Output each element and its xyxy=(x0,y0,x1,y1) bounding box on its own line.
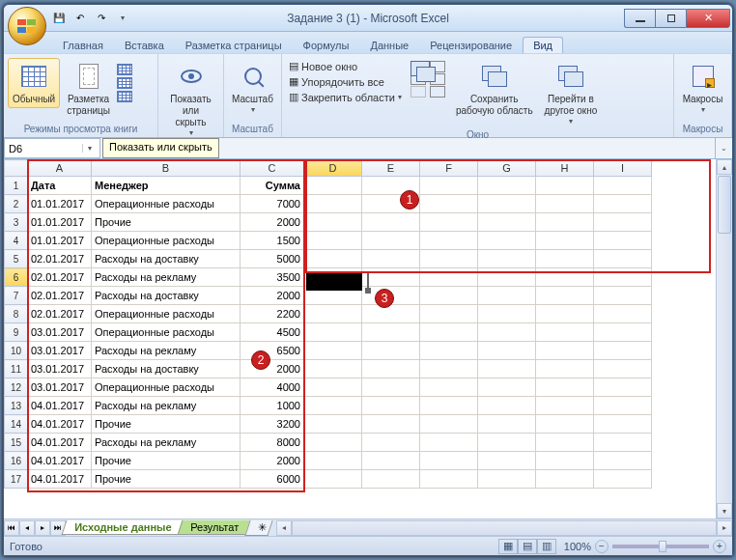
cell[interactable] xyxy=(362,470,420,489)
sheet-nav-next-icon[interactable]: ▸ xyxy=(35,520,50,536)
cell[interactable] xyxy=(420,397,478,415)
cell[interactable] xyxy=(304,250,362,268)
tab-view[interactable]: Вид xyxy=(523,37,563,53)
cell[interactable]: 04.01.2017 xyxy=(28,452,92,470)
cell[interactable] xyxy=(420,470,478,489)
tab-formulas[interactable]: Формулы xyxy=(293,37,360,53)
cell[interactable] xyxy=(420,434,478,452)
view-normal-shortcut-icon[interactable]: ▦ xyxy=(498,539,518,554)
cell[interactable] xyxy=(478,470,536,489)
scroll-up-icon[interactable]: ▴ xyxy=(717,159,732,175)
row-header[interactable]: 5 xyxy=(5,250,28,268)
tab-home[interactable]: Главная xyxy=(52,37,114,53)
row-header[interactable]: 17 xyxy=(5,470,28,489)
view-normal-button[interactable]: Обычный xyxy=(8,58,60,108)
cell[interactable]: 6500 xyxy=(241,342,304,360)
cell[interactable] xyxy=(420,287,478,305)
zoom-button[interactable]: Масштаб ▾ xyxy=(227,58,278,118)
row-header[interactable]: 16 xyxy=(5,452,28,470)
horizontal-scrollbar[interactable]: ◂ ▸ xyxy=(276,520,732,536)
cell[interactable] xyxy=(594,268,652,287)
cell[interactable]: 03.01.2017 xyxy=(28,360,92,378)
cell[interactable] xyxy=(594,470,652,489)
cell[interactable] xyxy=(362,434,420,452)
scroll-down-icon[interactable]: ▾ xyxy=(717,503,732,518)
tab-page-layout[interactable]: Разметка страницы xyxy=(175,37,293,53)
cell[interactable] xyxy=(420,213,478,232)
cell[interactable] xyxy=(594,378,652,397)
cell[interactable] xyxy=(478,250,536,268)
cell[interactable]: 02.01.2017 xyxy=(28,250,92,268)
cell[interactable] xyxy=(420,360,478,378)
cell[interactable]: 1500 xyxy=(241,232,304,250)
cell[interactable] xyxy=(478,323,536,342)
row-header[interactable]: 14 xyxy=(5,415,28,434)
row-header[interactable]: 10 xyxy=(5,342,28,360)
cell[interactable]: 2200 xyxy=(241,305,304,323)
cell[interactable] xyxy=(536,452,594,470)
cell[interactable] xyxy=(420,323,478,342)
cell[interactable] xyxy=(478,268,536,287)
cell[interactable] xyxy=(362,397,420,415)
col-header-h[interactable]: H xyxy=(536,160,594,177)
cell[interactable]: 6000 xyxy=(241,470,304,489)
row-header[interactable]: 13 xyxy=(5,397,28,415)
row-header[interactable]: 8 xyxy=(5,305,28,323)
split-icon[interactable] xyxy=(410,61,426,72)
cell[interactable] xyxy=(594,323,652,342)
cell[interactable] xyxy=(594,452,652,470)
cell[interactable]: 01.01.2017 xyxy=(28,195,92,213)
sheet-nav-prev-icon[interactable]: ◂ xyxy=(19,520,35,536)
cell[interactable] xyxy=(536,305,594,323)
cell[interactable]: Менеджер xyxy=(92,177,241,195)
save-icon[interactable]: 💾 xyxy=(50,10,68,27)
tab-insert[interactable]: Вставка xyxy=(114,37,175,53)
cell[interactable] xyxy=(420,415,478,434)
custom-views-icon[interactable] xyxy=(117,77,132,89)
sheet-tab-source-data[interactable]: Исходные данные xyxy=(62,520,184,535)
cell[interactable]: Расходы на рекламу xyxy=(92,434,241,452)
cell[interactable] xyxy=(536,323,594,342)
cell[interactable]: Прочие xyxy=(92,452,241,470)
cell[interactable]: Прочие xyxy=(92,415,241,434)
cell[interactable] xyxy=(304,434,362,452)
cell[interactable] xyxy=(594,434,652,452)
view-pagebreak-shortcut-icon[interactable]: ▥ xyxy=(537,539,556,554)
page-break-preview-icon[interactable] xyxy=(117,64,132,75)
row-header[interactable]: 4 xyxy=(5,232,28,250)
cell[interactable] xyxy=(304,470,362,489)
cell[interactable]: 4500 xyxy=(241,323,304,342)
cell[interactable]: 2000 xyxy=(241,360,304,378)
cell[interactable] xyxy=(304,195,362,213)
cell[interactable] xyxy=(362,305,420,323)
cell[interactable] xyxy=(362,360,420,378)
row-header[interactable]: 9 xyxy=(5,323,28,342)
cell[interactable] xyxy=(362,378,420,397)
switch-windows-button[interactable]: Перейти в другое окно ▾ xyxy=(540,58,603,129)
cell[interactable] xyxy=(420,305,478,323)
cell[interactable] xyxy=(536,213,594,232)
col-header-f[interactable]: F xyxy=(420,160,478,177)
col-header-c[interactable]: C xyxy=(241,160,304,177)
cell[interactable] xyxy=(536,268,594,287)
cell[interactable] xyxy=(536,177,594,195)
cell[interactable] xyxy=(304,232,362,250)
sheet-tab-new[interactable]: ✳ xyxy=(245,520,273,536)
view-pagelayout-shortcut-icon[interactable]: ▤ xyxy=(518,539,537,554)
scroll-right-icon[interactable]: ▸ xyxy=(717,520,732,536)
arrange-all-button[interactable]: ▦Упорядочить все xyxy=(286,74,405,89)
cell[interactable] xyxy=(420,342,478,360)
cell[interactable] xyxy=(362,177,420,195)
row-header[interactable]: 3 xyxy=(5,213,28,232)
freeze-panes-button[interactable]: ▥Закрепить области▾ xyxy=(286,90,405,104)
cell[interactable] xyxy=(304,323,362,342)
cell[interactable] xyxy=(304,177,362,195)
undo-icon[interactable]: ↶ xyxy=(71,10,89,27)
cell[interactable]: 01.01.2017 xyxy=(28,232,92,250)
cell[interactable]: Расходы на доставку xyxy=(92,250,241,268)
cell[interactable]: Операционные расходы xyxy=(92,232,241,250)
cell[interactable] xyxy=(478,213,536,232)
cell[interactable] xyxy=(420,195,478,213)
cell[interactable] xyxy=(478,434,536,452)
formula-bar-expand-icon[interactable]: ⌄ xyxy=(715,138,732,158)
